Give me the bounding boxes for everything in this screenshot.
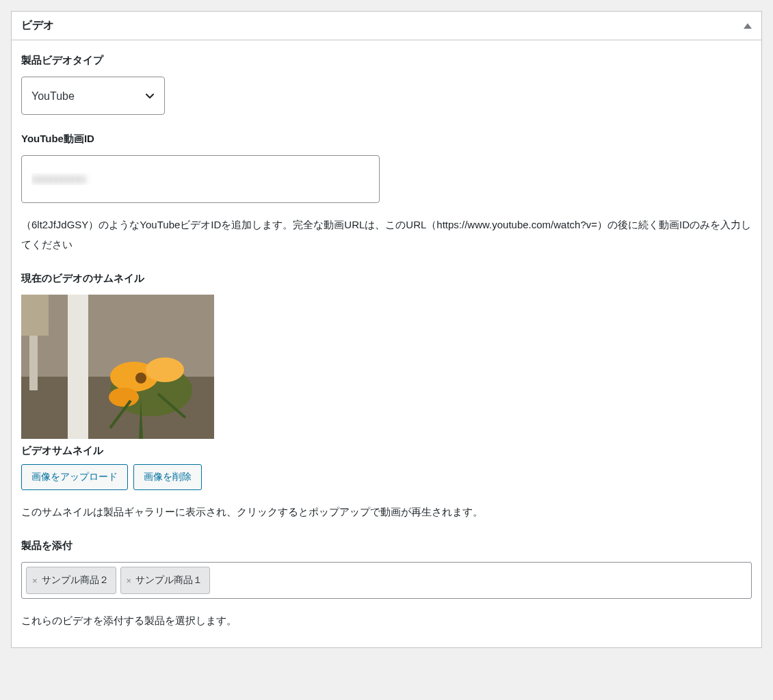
youtube-id-help: （6lt2JfJdGSY）のようなYouTubeビデオIDを追加します。完全な動… (21, 215, 752, 254)
youtube-id-label: YouTube動画ID (21, 133, 752, 146)
close-icon[interactable]: × (127, 576, 132, 585)
upload-image-button[interactable]: 画像をアップロード (21, 464, 128, 490)
video-panel: ビデオ 製品ビデオタイプ YouTube YouTube動画ID （6lt2Jf… (11, 11, 762, 648)
attach-products-input[interactable]: × サンプル商品２ × サンプル商品１ (21, 562, 752, 599)
panel-title: ビデオ (21, 18, 54, 33)
thumbnail-image (21, 295, 214, 439)
close-icon[interactable]: × (32, 576, 38, 585)
collapse-icon (744, 23, 752, 29)
video-type-select[interactable]: YouTube (21, 77, 165, 115)
product-tag: × サンプル商品２ (26, 567, 116, 594)
attach-products-help: これらのビデオを添付する製品を選択します。 (21, 611, 752, 631)
svg-point-8 (109, 388, 139, 407)
svg-point-7 (146, 358, 184, 382)
product-tag: × サンプル商品１ (120, 567, 211, 594)
svg-rect-0 (21, 295, 214, 377)
panel-header[interactable]: ビデオ (12, 12, 761, 40)
thumbnail-label: ビデオサムネイル (21, 444, 752, 457)
thumbnail-buttons: 画像をアップロード 画像を削除 (21, 464, 752, 490)
youtube-id-input[interactable] (21, 155, 380, 203)
product-tag-label: サンプル商品１ (135, 574, 202, 587)
current-thumbnail-label: 現在のビデオのサムネイル (21, 272, 752, 285)
delete-image-button[interactable]: 画像を削除 (133, 464, 202, 490)
video-type-select-wrap: YouTube (21, 77, 165, 115)
attach-products-label: 製品を添付 (21, 539, 752, 552)
video-type-label: 製品ビデオタイプ (21, 54, 752, 67)
svg-point-9 (135, 373, 146, 383)
thumbnail-help: このサムネイルは製品ギャラリーに表示され、クリックするとポップアップで動画が再生… (21, 502, 752, 522)
panel-body: 製品ビデオタイプ YouTube YouTube動画ID （6lt2JfJdGS… (12, 40, 761, 647)
product-tag-label: サンプル商品２ (42, 574, 109, 587)
svg-rect-4 (21, 295, 49, 336)
svg-rect-2 (68, 295, 88, 439)
